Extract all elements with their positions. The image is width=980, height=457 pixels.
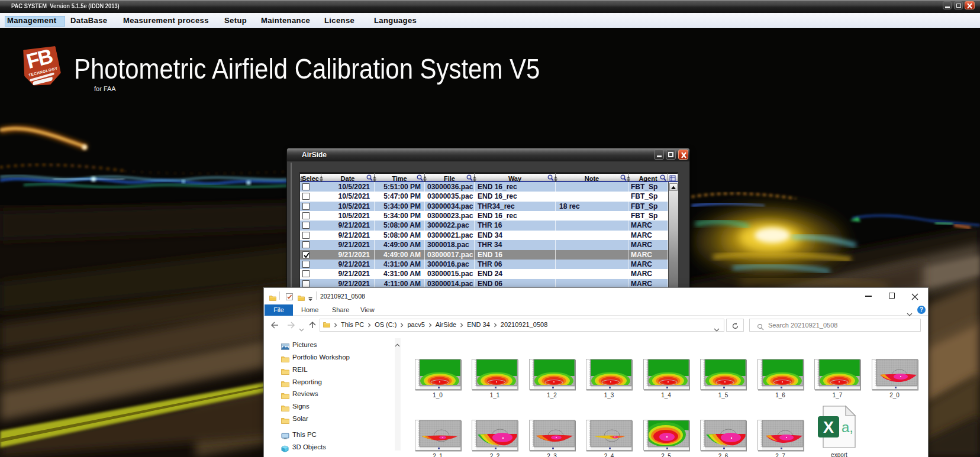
svg-text:X: X (823, 419, 834, 436)
svg-text:a,: a, (842, 419, 853, 435)
